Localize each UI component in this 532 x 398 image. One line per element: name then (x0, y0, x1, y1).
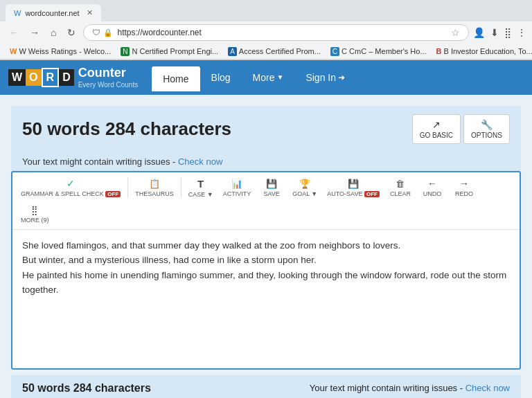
lock-icon: 🔒 (103, 28, 113, 37)
editor-section: ✓ GRAMMAR & SPELL CHECK OFF 📋 THESAURUS … (11, 171, 521, 370)
bookmark-favicon-access: A (228, 47, 237, 56)
redo-button[interactable]: → REDO (449, 175, 479, 200)
nav-signin-label: Sign In (305, 72, 336, 83)
word-count-title: 50 words 284 characters (22, 118, 231, 140)
bookmark-favicon-weiss: W (10, 47, 17, 55)
shield-icon: 🛡 (92, 28, 100, 37)
thesaurus-icon: 📋 (149, 179, 160, 189)
redo-icon: → (459, 178, 469, 189)
profile-icon[interactable]: 👤 (473, 27, 485, 38)
bookmark-label: W Weiss Ratings - Welco... (19, 47, 111, 55)
bottom-word-count: 50 words 284 characters (22, 382, 151, 395)
save-label: SAVE (264, 190, 280, 197)
clear-icon: 🗑 (396, 179, 405, 189)
bookmark-label: B Investor Education, To... (444, 47, 532, 55)
thesaurus-button[interactable]: 📋 THESAURUS (131, 176, 178, 200)
logo-r: R (42, 68, 60, 87)
logo-text: Counter Every Word Counts (78, 66, 139, 89)
wrench-icon: 🔧 (481, 119, 493, 130)
more-label: MORE (9) (21, 217, 49, 224)
case-label: CASE ▼ (188, 191, 213, 198)
check-now-link[interactable]: Check now (178, 156, 222, 167)
undo-icon: ← (427, 178, 437, 189)
nav-blog-label: Blog (211, 72, 231, 83)
thesaurus-label: THESAURUS (135, 190, 174, 197)
home-button[interactable]: ⌂ (47, 24, 60, 41)
undo-button[interactable]: ← UNDO (417, 175, 447, 200)
logo-w: W (8, 69, 26, 86)
bookmark-favicon-cmc: C (330, 47, 339, 56)
page-content: 50 words 284 characters ↗ GO BASIC 🔧 OPT… (0, 95, 532, 398)
redo-label: REDO (455, 190, 473, 197)
download-icon[interactable]: ⬇ (490, 27, 499, 38)
undo-label: UNDO (423, 190, 442, 197)
back-button[interactable]: ← (6, 24, 22, 41)
text-line-1: She loved flamingos, and that summer day… (22, 238, 510, 253)
go-basic-label: GO BASIC (420, 132, 453, 139)
menu-icon[interactable]: ⋮ (517, 27, 526, 38)
reload-button[interactable]: ↻ (64, 24, 79, 41)
clear-button[interactable]: 🗑 CLEAR (385, 176, 416, 200)
forward-button[interactable]: → (26, 24, 43, 41)
bookmark-label: N Certified Prompt Engi... (132, 47, 218, 55)
save-button[interactable]: 💾 SAVE (256, 176, 287, 200)
browser-chrome: W wordcounter.net ✕ ← → ⌂ ↻ 🛡 🔒 https://… (0, 0, 532, 60)
nav-blog[interactable]: Blog (200, 64, 242, 91)
site-nav: W O R D Counter Every Word Counts Home B… (0, 60, 532, 95)
share-icon: ↗ (432, 119, 441, 130)
autosave-button[interactable]: 💾 AUTO-SAVE OFF (323, 176, 384, 200)
extensions-icon[interactable]: ⣿ (504, 27, 511, 38)
divider-1 (127, 177, 128, 198)
autosave-badge: OFF (364, 191, 380, 197)
save-icon: 💾 (266, 179, 277, 189)
text-line-3: He painted his home in unending flamingo… (22, 268, 510, 298)
bookmark-access[interactable]: A Access Certified Prom... (224, 46, 325, 57)
bookmark-prompt[interactable]: N N Certified Prompt Engi... (116, 46, 222, 57)
dropdown-arrow-icon: ▼ (277, 73, 284, 81)
more-grid-icon: ⣿ (31, 205, 38, 215)
nav-more-label: More (253, 72, 275, 83)
url-text: https://wordcounter.net (117, 28, 447, 37)
star-icon[interactable]: ☆ (451, 27, 460, 38)
tab-close-icon[interactable]: ✕ (87, 8, 93, 17)
activity-button[interactable]: 📊 ACTIVITY (219, 176, 256, 200)
stats-bar: 50 words 284 characters ↗ GO BASIC 🔧 OPT… (11, 106, 521, 152)
bookmarks-bar: W W Weiss Ratings - Welco... N N Certifi… (0, 44, 532, 60)
go-basic-button[interactable]: ↗ GO BASIC (412, 114, 461, 144)
text-line-2: But winter, and a mysterious illness, ha… (22, 253, 510, 268)
options-label: OPTIONS (471, 132, 502, 139)
site-logo[interactable]: W O R D Counter Every Word Counts (0, 60, 146, 95)
bookmark-label: Access Certified Prom... (239, 47, 321, 55)
address-bar[interactable]: 🛡 🔒 https://wordcounter.net ☆ (83, 24, 469, 41)
bookmark-weiss[interactable]: W W Weiss Ratings - Welco... (6, 46, 115, 57)
editor-toolbar: ✓ GRAMMAR & SPELL CHECK OFF 📋 THESAURUS … (12, 172, 520, 230)
check-icon: ✓ (66, 178, 75, 189)
activity-label: ACTIVITY (223, 190, 251, 197)
tab-favicon: W (14, 9, 21, 17)
signin-arrow-icon: ➜ (338, 73, 345, 82)
bookmark-label: C CmC – Member's Ho... (342, 47, 427, 55)
word-count-display: 50 words 284 characters (22, 118, 231, 139)
autosave-icon: 💾 (348, 179, 359, 189)
nav-home[interactable]: Home (152, 66, 200, 91)
case-button[interactable]: T CASE ▼ (184, 175, 218, 201)
options-button[interactable]: 🔧 OPTIONS (463, 114, 510, 144)
autosave-label: AUTO-SAVE OFF (327, 190, 380, 197)
bookmark-favicon-prompt: N (121, 47, 130, 56)
writing-issues-text: Your text might contain writing issues - (22, 156, 178, 167)
clear-label: CLEAR (390, 190, 411, 197)
bookmark-investor[interactable]: B B Investor Education, To... (432, 46, 532, 57)
bottom-check-now-link[interactable]: Check now (466, 383, 510, 393)
bookmark-cmc[interactable]: C C CmC – Member's Ho... (326, 46, 431, 57)
more-button[interactable]: ⣿ MORE (9) (17, 202, 53, 226)
case-icon: T (197, 178, 204, 190)
security-icons: 🛡 🔒 (92, 28, 113, 37)
active-tab[interactable]: W wordcounter.net ✕ (6, 4, 101, 21)
goal-button[interactable]: 🏆 GOAL ▼ (288, 176, 321, 200)
bookmark-favicon-investor: B (436, 47, 442, 55)
nav-more[interactable]: More ▼ (242, 64, 295, 91)
grammar-check-button[interactable]: ✓ GRAMMAR & SPELL CHECK OFF (17, 175, 125, 200)
nav-signin[interactable]: Sign In ➜ (294, 64, 356, 91)
editor-area[interactable]: She loved flamingos, and that summer day… (12, 230, 520, 368)
goal-label: GOAL ▼ (292, 190, 317, 197)
